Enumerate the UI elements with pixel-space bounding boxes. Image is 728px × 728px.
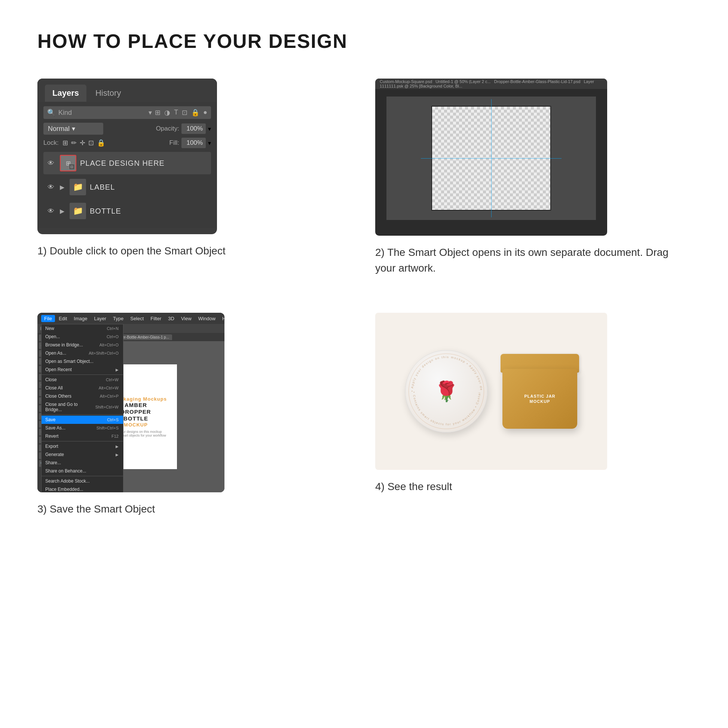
fill-chevron: ▾ bbox=[208, 139, 211, 147]
menu-row-generate[interactable]: Generate▶ bbox=[41, 450, 123, 459]
menu-row-bridge[interactable]: Browse in Bridge...Alt+Ctrl+O bbox=[41, 341, 123, 349]
menu-layer[interactable]: Layer bbox=[91, 315, 110, 322]
jar-body: PLASTIC JARMOCKUP bbox=[502, 369, 577, 429]
layer-row-place-design[interactable]: 👁 ⊞ ⊡ PLACE DESIGN HERE bbox=[43, 152, 211, 174]
opacity-input[interactable]: 100% bbox=[182, 124, 206, 134]
caption-text-4: See the result bbox=[388, 481, 452, 492]
menu-row-close-all[interactable]: Close AllAlt+Ctrl+W bbox=[41, 384, 123, 392]
main-grid: Layers History 🔍 Kind ▾ ⊞ ◑ T ⊡ bbox=[37, 78, 691, 517]
menu-divider-1 bbox=[41, 375, 123, 375]
menu-row-place-embedded[interactable]: Place Embedded... bbox=[41, 485, 123, 492]
caption-2: 2) The Smart Object opens in its own sep… bbox=[375, 245, 691, 276]
layers-panel: Layers History 🔍 Kind ▾ ⊞ ◑ T ⊡ bbox=[37, 78, 217, 234]
menu-row-recent[interactable]: Open Recent▶ bbox=[41, 366, 123, 374]
page-title: HOW TO PLACE YOUR DESIGN bbox=[37, 30, 691, 52]
menu-divider-3 bbox=[41, 441, 123, 442]
menu-image[interactable]: Image bbox=[71, 315, 90, 322]
layer-name-2: LABEL bbox=[90, 183, 115, 191]
visibility-icon-2[interactable]: 👁 bbox=[46, 183, 56, 191]
caption-text-3: Save the Smart Object bbox=[50, 503, 155, 515]
menu-divider-2 bbox=[41, 414, 123, 415]
cell-3: File Edit Image Layer Type Select Filter… bbox=[37, 313, 353, 517]
smart-object-badge: ⊡ bbox=[69, 164, 75, 170]
menu-view[interactable]: View bbox=[178, 315, 194, 322]
ps-topbar: Custom-Mockup-Square.psd Untitled-1 @ 50… bbox=[375, 78, 607, 89]
menu-file[interactable]: File bbox=[41, 315, 55, 322]
blend-mode-select[interactable]: Normal ▾ bbox=[43, 123, 103, 135]
fill-input[interactable]: 100% bbox=[182, 138, 206, 148]
search-icons: ⊞ ◑ T ⊡ 🔒 ● bbox=[155, 109, 207, 117]
caption-text-1: Double click to open the Smart Object bbox=[50, 245, 226, 257]
ps-menubar: File Edit Image Layer Type Select Filter… bbox=[37, 313, 225, 324]
layer-name-3: BOTTLE bbox=[90, 207, 121, 216]
round-jar: 🌹 • Apply your design on this mockup • A… bbox=[405, 350, 488, 433]
layer-expand-icon-2[interactable]: ▶ bbox=[60, 184, 64, 191]
ps-topbar-text: Custom-Mockup-Square.psd Untitled-1 @ 50… bbox=[380, 79, 603, 88]
circle-icon: ◑ bbox=[164, 109, 170, 117]
text-icon: T bbox=[174, 109, 178, 117]
lock-artboard-icon: ⊡ bbox=[88, 139, 94, 147]
menu-edit[interactable]: Edit bbox=[56, 315, 70, 322]
search-kind: Kind bbox=[58, 109, 145, 117]
blend-opacity-row: Normal ▾ Opacity: 100% ▾ bbox=[43, 123, 211, 135]
layer-folder-icon-3: 📁 bbox=[70, 203, 86, 219]
menu-help[interactable]: Help bbox=[219, 315, 225, 322]
lock-paint-icon: ✏ bbox=[71, 139, 77, 147]
jar-circular-text: • Apply your design on this mockup • App… bbox=[405, 350, 488, 433]
menu-divider-4 bbox=[41, 476, 123, 476]
menu-row-adobe-stock[interactable]: Search Adobe Stock... bbox=[41, 477, 123, 485]
menu-row-new[interactable]: NewCtrl+N bbox=[41, 324, 123, 333]
menu-select[interactable]: Select bbox=[127, 315, 147, 322]
opacity-label: Opacity: bbox=[156, 125, 179, 132]
img-icon: ⊞ bbox=[155, 109, 161, 117]
visibility-icon-1[interactable]: 👁 bbox=[46, 159, 56, 167]
layer-row-label[interactable]: 👁 ▶ 📁 LABEL bbox=[43, 176, 211, 198]
menu-row-open[interactable]: Open...Ctrl+O bbox=[41, 333, 123, 341]
menu-filter[interactable]: Filter bbox=[147, 315, 164, 322]
dot-icon: ● bbox=[203, 109, 207, 117]
file-menu-dropdown: NewCtrl+N Open...Ctrl+O Browse in Bridge… bbox=[41, 324, 124, 492]
menu-row-open-as[interactable]: Open As...Alt+Shift+Ctrl+O bbox=[41, 349, 123, 357]
fill-part: Fill: 100% ▾ bbox=[170, 138, 211, 148]
caption-number-4: 4) bbox=[375, 481, 385, 492]
mockup-title-amber: AMBERDROPPERBOTTLE bbox=[121, 402, 151, 422]
lock-transparent-icon: ⊞ bbox=[63, 139, 68, 147]
search-icon: 🔍 bbox=[47, 109, 55, 117]
cell-2: Custom-Mockup-Square.psd Untitled-1 @ 50… bbox=[375, 78, 691, 283]
vertical-guide bbox=[491, 99, 492, 217]
visibility-icon-3[interactable]: 👁 bbox=[46, 207, 56, 215]
layer-row-bottle[interactable]: 👁 ▶ 📁 BOTTLE bbox=[43, 200, 211, 222]
lock-fill-row: Lock: ⊞ ✏ ✛ ⊡ 🔒 Fill: 100% ▾ bbox=[43, 138, 211, 148]
svg-text:• Contains smart objects for y: • Contains smart objects for your workfl… bbox=[405, 350, 481, 426]
layer-expand-icon-3[interactable]: ▶ bbox=[60, 208, 64, 215]
layer-thumb-smart-object: ⊞ ⊡ bbox=[60, 155, 76, 171]
lock-icons: ⊞ ✏ ✛ ⊡ 🔒 bbox=[63, 139, 105, 147]
caption-text-2: The Smart Object opens in its own separa… bbox=[375, 246, 668, 274]
tab-layers[interactable]: Layers bbox=[45, 84, 86, 102]
menu-row-close-others[interactable]: Close OthersAlt+Ctrl+P bbox=[41, 392, 123, 400]
layer-name-1: PLACE DESIGN HERE bbox=[80, 159, 165, 168]
svg-text:• Apply your design on this mo: • Apply your design on this mockup • App… bbox=[405, 350, 483, 392]
lock-icon: 🔒 bbox=[191, 109, 199, 117]
layers-tabs: Layers History bbox=[37, 78, 217, 102]
menu-row-behance[interactable]: Share on Behance... bbox=[41, 467, 123, 475]
lock-all-icon: 🔒 bbox=[97, 139, 105, 147]
menu-row-export[interactable]: Export▶ bbox=[41, 442, 123, 450]
square-jar: PLASTIC JARMOCKUP bbox=[502, 354, 577, 429]
ps-smart-object-window: Custom-Mockup-Square.psd Untitled-1 @ 50… bbox=[375, 78, 607, 236]
menu-row-save-as[interactable]: Save As...Shift+Ctrl+S bbox=[41, 424, 123, 432]
menu-row-share[interactable]: Share... bbox=[41, 459, 123, 467]
menu-row-smart[interactable]: Open as Smart Object... bbox=[41, 357, 123, 366]
menu-row-revert[interactable]: RevertF12 bbox=[41, 432, 123, 440]
caption-4: 4) See the result bbox=[375, 479, 452, 494]
menu-window[interactable]: Window bbox=[195, 315, 219, 322]
caption-1: 1) Double click to open the Smart Object bbox=[37, 243, 226, 259]
menu-3d[interactable]: 3D bbox=[165, 315, 177, 322]
menu-row-save[interactable]: SaveCtrl+S bbox=[41, 416, 123, 424]
menu-type[interactable]: Type bbox=[110, 315, 127, 322]
caption-number-1: 1) bbox=[37, 245, 47, 257]
menu-row-close-bridge[interactable]: Close and Go to Bridge...Shift+Ctrl+W bbox=[41, 400, 123, 414]
fill-label: Fill: bbox=[170, 139, 179, 147]
menu-row-close[interactable]: CloseCtrl+W bbox=[41, 376, 123, 384]
tab-history[interactable]: History bbox=[88, 84, 128, 102]
